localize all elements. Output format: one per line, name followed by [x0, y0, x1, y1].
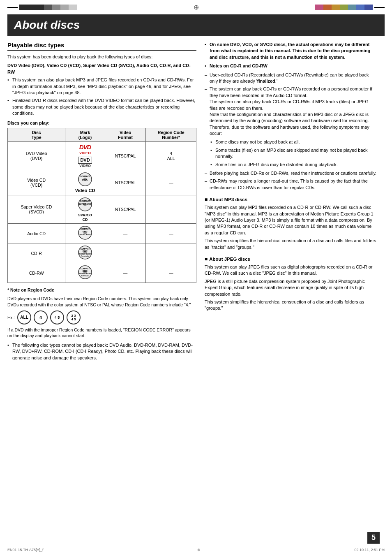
bar-3: [36, 5, 44, 10]
audiocd-logo: COMPACT DISC DIGITAL AUDIO: [65, 224, 105, 243]
svcd-logo: COMPACT SUPER VCD SVIDEO CD: [65, 195, 105, 224]
bullet-1: This system can also play back MP3 and J…: [7, 77, 196, 96]
left-bullets: This system can also play back MP3 and J…: [7, 77, 196, 116]
svg-text:DISC: DISC: [83, 230, 88, 233]
cdr-disc-svg: COMPACT DISC DIGITAL AUDIO Recordable: [78, 245, 92, 260]
cd-r-rw-dash-list2: Before playing back CD-Rs or CD-RWs, rea…: [205, 170, 377, 191]
jpeg-text3: This system simplifies the hierarchical …: [205, 299, 377, 312]
jpeg-text1: This system can play JPEG files such as …: [205, 264, 377, 277]
svg-text:SUPER VCD: SUPER VCD: [78, 203, 92, 205]
bar-r2: [323, 5, 332, 10]
disc-table: DiscType Mark(Logo) VideoFormat Region C…: [7, 128, 196, 283]
mp3-text: This system can play MP3 files recorded …: [205, 204, 377, 236]
region-note-text: DVD players and DVDs have their own Regi…: [7, 296, 196, 308]
bullet-2: Finalized DVD-R discs recorded with the …: [7, 97, 196, 116]
vcd-type: Video CD(VCD): [8, 170, 65, 195]
svcd-region: —: [146, 195, 196, 224]
table-label: Discs you can play:: [7, 120, 196, 126]
table-row-dvd: DVD Video(DVD) DVD VIDEO DVD VIDEO NTSC/…: [8, 141, 196, 170]
cdrw-region: —: [146, 263, 196, 283]
dvd-region: 4ALL: [146, 141, 196, 170]
dash-3: Before playing back CD-Rs or CD-RWs, rea…: [205, 170, 377, 176]
jpeg-text2: JPEG is a still-picture data compression…: [205, 278, 377, 297]
svg-text:DISC: DISC: [83, 270, 88, 272]
svg-text:DIGITAL AUDIO: DIGITAL AUDIO: [79, 273, 91, 275]
bar-r5: [348, 5, 356, 10]
symptom-1: Some discs may not be played back at all…: [210, 139, 377, 145]
mp3-heading: About MP3 discs: [205, 197, 377, 202]
cdr-format: —: [105, 243, 146, 263]
col-region-code: Region CodeNumber*: [146, 128, 196, 141]
audiocd-disc-svg: COMPACT DISC DIGITAL AUDIO: [78, 225, 92, 240]
cd-r-rw-bullet-list: Notes on CD-R and CD-RW: [205, 63, 377, 69]
bar-r6: [356, 5, 364, 10]
on-some-dvd-bullet: On some DVD, VCD, or SVCD discs, the act…: [205, 42, 377, 60]
cdrw-logo: COMPACT DISC DIGITAL AUDIO ReWritable: [65, 263, 105, 283]
dvd-format: NTSC/PAL: [105, 141, 146, 170]
footer-left: EN01-15.TH-A75[A]_f: [7, 548, 44, 552]
dvd-logo: DVD VIDEO DVD VIDEO: [65, 141, 105, 170]
cdr-type: CD-R: [8, 243, 65, 263]
col-video-format: VideoFormat: [105, 128, 146, 141]
bar-r3: [332, 5, 340, 10]
cdr-logo: COMPACT DISC DIGITAL AUDIO Recordable: [65, 243, 105, 263]
bar-4: [44, 5, 52, 10]
right-column: On some DVD, VCD, or SVCD discs, the act…: [205, 42, 377, 364]
svcd-disc-svg: COMPACT SUPER VCD: [78, 197, 92, 212]
intro-text: This system has been designed to play ba…: [7, 54, 196, 60]
audiocd-region: —: [146, 224, 196, 243]
badge-45: 4 5: [50, 310, 64, 324]
svcd-format: NTSC/PAL: [105, 195, 146, 224]
table-row-vcd: Video CD(VCD) COMPACT DISC Video CD: [8, 170, 196, 195]
footer-center: ⊕: [197, 548, 201, 552]
not-playable-item: The following disc types cannot be playe…: [7, 342, 196, 361]
bar-r7: [364, 5, 373, 10]
badge-all: ALL: [17, 310, 31, 324]
right-bars: [315, 5, 385, 10]
right-line: [374, 7, 385, 8]
finalized-text: finalized: [257, 79, 275, 83]
playable-disc-types-title: Playable disc types: [7, 42, 196, 51]
left-bars: [7, 5, 77, 10]
symptom-3: Some files on a JPEG disc may be distort…: [210, 162, 377, 168]
svg-text:ReWritable: ReWritable: [81, 275, 89, 277]
top-decorative-bars: ⊕: [0, 0, 392, 11]
mp3-section: About MP3 discs This system can play MP3…: [205, 197, 377, 250]
vcd-disc-svg: COMPACT DISC: [78, 172, 92, 187]
cdr-region: —: [146, 243, 196, 263]
bar-r1: [315, 5, 323, 10]
page-title: About discs: [14, 19, 378, 32]
dash-1: User-edited CD-Rs (Recordable) and CD-RW…: [205, 72, 377, 85]
audiocd-type: Audio CD: [8, 224, 65, 243]
svg-text:DIGITAL AUDIO: DIGITAL AUDIO: [79, 253, 91, 255]
cdrw-type: CD-RW: [8, 263, 65, 283]
svcd-type: Super Video CD(SVCD): [8, 195, 65, 224]
cd-r-rw-bullet-header: Notes on CD-R and CD-RW: [205, 63, 377, 69]
page-header: About discs: [7, 14, 385, 36]
center-compass: ⊕: [194, 3, 199, 11]
dash-2: The system can play back CD-Rs or CD-RWs…: [205, 86, 377, 137]
symptom-2: Some tracks (files) on an MP3 disc are s…: [210, 147, 377, 160]
region-code-examples: Ex.: ALL 4 4 5 2 34 5: [7, 310, 196, 324]
footer-right: 02.10.11, 2:51 PM: [354, 548, 385, 552]
table-row-cdr: CD-R COMPACT DISC DIGITAL AUDIO Recordab…: [8, 243, 196, 263]
bar-1: [19, 5, 28, 10]
dvd-type: DVD Video(DVD): [8, 141, 65, 170]
region-note-title: * Note on Region Code: [7, 287, 54, 292]
region-code-note: * Note on Region Code DVD players and DV…: [7, 287, 196, 324]
dash-4: CD-RWs may require a longer read-out tim…: [205, 178, 377, 191]
col-disc-type: DiscType: [8, 128, 65, 141]
disc-types-label: DVD Video (DVD), Video CD (VCD), Super V…: [7, 63, 196, 75]
vcd-region: —: [146, 170, 196, 195]
page-footer: EN01-15.TH-A75[A]_f ⊕ 02.10.11, 2:51 PM: [7, 546, 385, 552]
vcd-format: NTSC/PAL: [105, 170, 146, 195]
svg-text:COMPACT: COMPACT: [80, 175, 90, 178]
cdrw-format: —: [105, 263, 146, 283]
badge-4: 4: [34, 310, 48, 324]
left-line: [7, 7, 18, 8]
bar-6: [60, 5, 69, 10]
bar-r4: [340, 5, 348, 10]
bar-7: [69, 5, 77, 10]
main-content: Playable disc types This system has been…: [0, 42, 392, 364]
not-playable-list: The following disc types cannot be playe…: [7, 342, 196, 361]
